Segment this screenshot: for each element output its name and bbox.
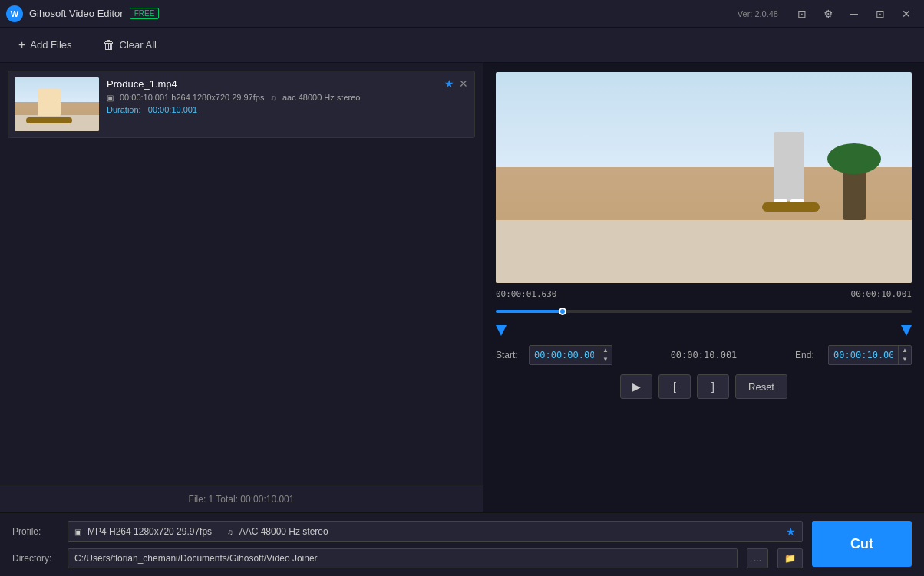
trash-icon: 🗑	[103, 38, 115, 52]
plus-icon: +	[18, 38, 25, 52]
add-files-button[interactable]: + Add Files	[12, 35, 78, 55]
timeline-handle-right[interactable]	[901, 325, 912, 336]
play-button[interactable]: ▶	[620, 374, 652, 399]
file-name: Produce_1.mp4	[107, 78, 177, 90]
cut-button[interactable]: Cut	[812, 521, 912, 567]
audio-profile-icon: ♫	[227, 528, 233, 536]
audio-icon: ♫	[270, 94, 276, 102]
start-label: Start:	[496, 350, 523, 360]
start-time-spin: ▲ ▼	[599, 346, 612, 364]
palm-leaves	[827, 143, 881, 174]
end-time-input-wrap: ▲ ▼	[828, 345, 912, 365]
directory-input[interactable]: C:/Users/florian_chemani/Documents/Gihos…	[68, 548, 738, 568]
video-preview	[496, 72, 912, 283]
timeline-current-time: 00:00:01.630	[496, 289, 556, 299]
bottom-bar: Profile: ▣ MP4 H264 1280x720 29.97fps ♫ …	[0, 512, 924, 576]
directory-label: Directory:	[12, 553, 58, 564]
play-icon: ▶	[632, 380, 641, 393]
mid-time-display: 00:00:10.001	[619, 350, 789, 360]
title-bar: W Gihosoft Video Editor FREE Ver: 2.0.48…	[0, 0, 924, 28]
file-status: File: 1 Total: 00:00:10.001	[189, 494, 295, 505]
timeline-handle-left[interactable]	[496, 325, 507, 336]
file-list: Produce_1.mp4 ★ ✕ ▣ 00:00:10.001 h264 12…	[0, 63, 483, 485]
file-thumbnail	[15, 77, 99, 131]
bracket-left-icon: [	[673, 380, 676, 393]
video-icon: ▣	[107, 94, 114, 102]
file-video-meta: ▣ 00:00:10.001 h264 1280x720 29.97fps ♫ …	[107, 93, 468, 102]
mark-in-button[interactable]: [	[658, 374, 691, 399]
maximize-button[interactable]: ⊡	[869, 5, 892, 23]
monitor-button[interactable]: ⊡	[790, 5, 813, 23]
directory-row: Directory: C:/Users/florian_chemani/Docu…	[12, 548, 803, 568]
clear-all-button[interactable]: 🗑 Clear All	[97, 35, 163, 55]
window-controls: ⊡ ⚙ ─ ⊡ ✕	[790, 5, 918, 23]
open-folder-button[interactable]: 📁	[777, 548, 803, 568]
end-time-input[interactable]	[829, 347, 898, 364]
minimize-button[interactable]: ─	[843, 5, 866, 23]
skateboard	[762, 202, 820, 212]
directory-value: C:/Users/florian_chemani/Documents/Gihos…	[74, 553, 318, 564]
end-label: End:	[795, 350, 822, 360]
file-duration: Duration: 00:00:10.001	[107, 105, 468, 114]
clear-all-label: Clear All	[120, 39, 157, 51]
timeline-times: 00:00:01.630 00:00:10.001	[496, 289, 912, 299]
preview-panel: 00:00:01.630 00:00:10.001 Start: ▲	[483, 63, 924, 512]
start-time-down[interactable]: ▼	[599, 355, 612, 364]
end-time-down[interactable]: ▼	[899, 355, 911, 364]
file-audio-meta-text: aac 48000 Hz stereo	[282, 93, 361, 102]
video-profile-icon: ▣	[74, 528, 81, 536]
duration-value: 00:00:10.001	[148, 105, 197, 114]
timeline-fill	[496, 310, 563, 313]
profile-audio-text: AAC 48000 Hz stereo	[239, 526, 328, 537]
add-files-label: Add Files	[30, 39, 71, 51]
timeline-end-time: 00:00:10.001	[851, 289, 912, 299]
main-area: Produce_1.mp4 ★ ✕ ▣ 00:00:10.001 h264 12…	[0, 63, 924, 512]
skater-figure	[770, 117, 812, 224]
toolbar: + Add Files 🗑 Clear All	[0, 28, 924, 63]
file-panel-footer: File: 1 Total: 00:00:10.001	[0, 485, 483, 512]
profile-video-text: MP4 H264 1280x720 29.97fps	[87, 526, 212, 537]
folder-icon: 📁	[784, 553, 796, 564]
time-controls: Start: ▲ ▼ 00:00:10.001 End: ▲ ▼	[496, 345, 912, 365]
timeline-handles-row	[496, 324, 912, 336]
settings-button[interactable]: ⚙	[817, 5, 840, 23]
bottom-fields: Profile: ▣ MP4 H264 1280x720 29.97fps ♫ …	[12, 521, 803, 568]
start-time-up[interactable]: ▲	[599, 346, 612, 355]
timeline-bar-container[interactable]	[496, 302, 912, 321]
close-button[interactable]: ✕	[895, 5, 918, 23]
version-label: Ver: 2.0.48	[738, 9, 778, 18]
action-buttons: ▶ [ ] Reset	[496, 374, 912, 399]
end-time-spin: ▲ ▼	[898, 346, 911, 364]
file-info: Produce_1.mp4 ★ ✕ ▣ 00:00:10.001 h264 12…	[107, 77, 468, 131]
thumb-board	[26, 117, 72, 123]
file-actions: ★ ✕	[444, 77, 468, 90]
app-logo: W	[6, 5, 23, 22]
timeline-track[interactable]	[496, 310, 912, 313]
profile-row: Profile: ▣ MP4 H264 1280x720 29.97fps ♫ …	[12, 521, 803, 542]
palm-trunk	[843, 159, 866, 220]
timeline-thumb[interactable]	[559, 308, 566, 315]
file-video-meta-text: 00:00:10.001 h264 1280x720 29.97fps	[120, 93, 264, 102]
app-title: Gihosoft Video Editor	[29, 8, 124, 19]
profile-star-icon[interactable]: ★	[786, 525, 796, 538]
profile-input[interactable]: ▣ MP4 H264 1280x720 29.97fps ♫ AAC 48000…	[68, 521, 803, 542]
remove-file-button[interactable]: ✕	[459, 77, 468, 90]
profile-label: Profile:	[12, 526, 58, 537]
start-time-input-wrap: ▲ ▼	[529, 345, 612, 365]
file-item: Produce_1.mp4 ★ ✕ ▣ 00:00:10.001 h264 12…	[8, 71, 475, 138]
reset-button[interactable]: Reset	[735, 374, 787, 399]
star-icon[interactable]: ★	[444, 77, 454, 90]
browse-button[interactable]: ...	[747, 548, 768, 568]
duration-label: Duration:	[107, 105, 141, 114]
start-time-input[interactable]	[530, 347, 599, 364]
end-time-up[interactable]: ▲	[899, 346, 911, 355]
thumb-legs	[38, 89, 61, 116]
file-name-row: Produce_1.mp4 ★ ✕	[107, 77, 468, 90]
free-badge: FREE	[130, 8, 160, 19]
figure-legs	[774, 132, 804, 201]
timeline-section: 00:00:01.630 00:00:10.001	[496, 289, 912, 336]
mark-out-button[interactable]: ]	[697, 374, 729, 399]
bottom-content: Profile: ▣ MP4 H264 1280x720 29.97fps ♫ …	[12, 521, 912, 568]
preview-pavement	[496, 220, 912, 284]
bracket-right-icon: ]	[711, 380, 714, 393]
